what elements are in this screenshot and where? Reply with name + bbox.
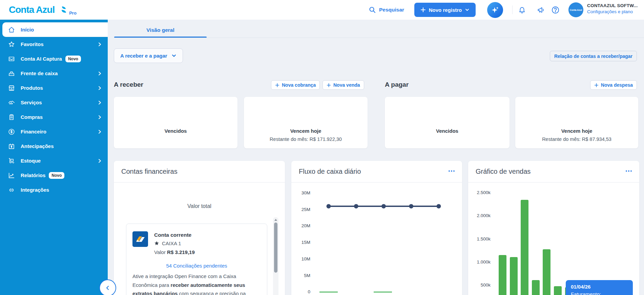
notifications-button[interactable] [518, 5, 526, 14]
chevron-right-icon [97, 71, 102, 76]
megaphone-icon [537, 6, 545, 14]
account-type: Conta corrente [154, 232, 191, 238]
sales-chart-tooltip: 01/04/26 Faturamento: 168.426,87 [566, 280, 633, 295]
chevron-right-icon [97, 100, 102, 105]
sidebar-item-inicio[interactable]: Início [2, 22, 108, 37]
account-name-row: CAIXA 1 [154, 240, 181, 246]
plus-icon [594, 83, 599, 87]
line-data-point[interactable] [381, 204, 386, 208]
plus-icon [420, 7, 426, 13]
logo-pro-label: Pro [69, 10, 77, 16]
filter-dropdown[interactable]: A receber e a pagar [114, 48, 183, 63]
line-data-point[interactable] [437, 204, 441, 208]
line-data-point[interactable] [409, 204, 413, 208]
receivables-due-today-card[interactable]: Vencem hoje Restante do mês: R$ 171.922,… [244, 97, 368, 148]
sidebar-item-financeiro[interactable]: Financeiro [0, 124, 108, 139]
sales-bar[interactable] [521, 200, 528, 295]
chevron-left-icon [105, 285, 111, 291]
y-tick-label: 2.000k [474, 213, 491, 218]
clipboard-icon [7, 113, 16, 121]
sales-bar[interactable] [554, 286, 562, 295]
chart-icon [7, 171, 16, 180]
home-icon [7, 26, 16, 34]
sidebar-item-frente-de-caixa[interactable]: Frente de caixa [0, 66, 108, 81]
sales-bar[interactable] [499, 255, 506, 295]
sparkle-icon [491, 6, 500, 15]
sidebar-item-label: Início [21, 27, 34, 33]
bank-account-card[interactable]: Conta corrente CAIXA 1 Valor R$ 3.219,19… [126, 224, 267, 295]
financial-accounts-title: Contas financeiras [121, 168, 178, 175]
sidebar-item-estoque[interactable]: Estoque [0, 153, 108, 168]
sidebar-item-relatorios[interactable]: RelatóriosNovo [0, 168, 108, 183]
search-icon [369, 6, 376, 14]
avatar-text: Conta Azul [570, 9, 582, 11]
sales-chart-menu-icon[interactable] [626, 170, 632, 172]
sales-bar[interactable] [532, 280, 540, 295]
sidebar-item-favoritos[interactable]: Favoritos [0, 37, 108, 51]
contaazul-logo[interactable]: Conta Azul Pro [9, 0, 77, 20]
new-sale-button[interactable]: Nova venda [323, 80, 364, 90]
tooltip-date: 01/04/26 [571, 284, 628, 290]
report-accounts-button[interactable]: Relação de contas a receber/pagar [550, 51, 637, 61]
sidebar-item-conta-ai-captura[interactable]: Conta AI CapturaNovo [0, 51, 108, 66]
header-divider [512, 5, 513, 14]
sidebar-item-integracoes[interactable]: Integrações [0, 183, 108, 197]
account-value-row: Valor R$ 3.219,19 [154, 249, 195, 255]
receivables-title: A receber [114, 81, 143, 88]
link-icon [7, 186, 16, 194]
tab-visao-geral[interactable]: Visão geral [114, 27, 207, 33]
chevron-right-icon [97, 158, 102, 164]
card-divider [468, 182, 639, 183]
sidebar-item-servicos[interactable]: Serviços [0, 95, 108, 110]
sidebar-collapse-button[interactable] [99, 279, 116, 295]
new-expense-button[interactable]: Nova despesa [590, 80, 637, 90]
chevron-right-icon [97, 85, 102, 91]
sidebar-item-antecipacoes[interactable]: Antecipações [0, 139, 108, 153]
sidebar-item-label: Compras [21, 114, 43, 120]
new-record-label: Novo registro [429, 7, 462, 13]
value-label: Valor [154, 249, 166, 255]
payables-overdue-card[interactable]: Vencidos [385, 97, 510, 148]
line-data-point[interactable] [354, 204, 358, 208]
tab-divider-line [114, 38, 644, 38]
new-sale-label: Nova venda [333, 82, 360, 88]
ai-assistant-button[interactable] [487, 2, 503, 18]
star-filled-icon [154, 241, 159, 246]
payables-due-today-card[interactable]: Vencem hoje Restante do mês: R$ 87.934,5… [515, 97, 638, 148]
star-icon [7, 40, 16, 48]
pending-reconciliations-link[interactable]: 54 Conciliações pendentes [126, 263, 267, 269]
scrollbar-thumb[interactable] [274, 223, 277, 273]
chevron-down-icon [171, 53, 176, 58]
tooltip-label: Faturamento: [571, 291, 601, 295]
sidebar-item-label: Financeiro [21, 129, 46, 134]
plus-icon [327, 83, 331, 87]
sidebar-item-label: Integrações [21, 187, 49, 193]
sidebar-item-compras[interactable]: Compras [0, 110, 108, 124]
account-menu[interactable]: CONTAAZUL SOFTW... Configurações e plano [587, 3, 638, 14]
y-tick-label: 1.500k [474, 236, 491, 241]
new-record-button[interactable]: Novo registro [414, 3, 476, 17]
new-charge-button[interactable]: Nova cobrança [271, 80, 320, 90]
search-button[interactable]: Pesquisar [369, 0, 404, 20]
receivables-overdue-card[interactable]: Vencidos [114, 97, 237, 148]
due-today-label: Vencem hoje [244, 128, 368, 134]
sidebar-item-produtos[interactable]: Produtos [0, 81, 108, 95]
overdue-label: Vencidos [385, 128, 510, 134]
settings-plan-link[interactable]: Configurações e plano [587, 9, 638, 14]
announcements-button[interactable] [537, 5, 545, 14]
sidebar-menu: InícioFavoritosConta AI CapturaNovoFrent… [0, 20, 108, 295]
dollar-circle-icon [7, 128, 16, 136]
cashflow-card: Fluxo de caixa diário 30M25M20M15M10M5M0 [291, 161, 462, 295]
line-data-point[interactable] [327, 204, 331, 208]
scrollbar-up-arrow[interactable] [274, 219, 277, 221]
accounts-scrollbar[interactable] [273, 217, 278, 295]
month-remaining-label: Restante do mês: R$ 87.934,53 [515, 136, 638, 142]
store-icon [7, 84, 16, 92]
avatar[interactable]: Conta Azul [568, 2, 583, 17]
sales-bar[interactable] [510, 257, 518, 295]
stock-icon [7, 157, 16, 165]
sales-bar[interactable] [543, 249, 550, 295]
help-button[interactable] [551, 5, 560, 14]
sales-chart-card: Gráfico de vendas 2.500k2.000k1.500k1.00… [468, 161, 639, 295]
account-description: Ative a integração Open Finance com a Ca… [132, 272, 262, 295]
